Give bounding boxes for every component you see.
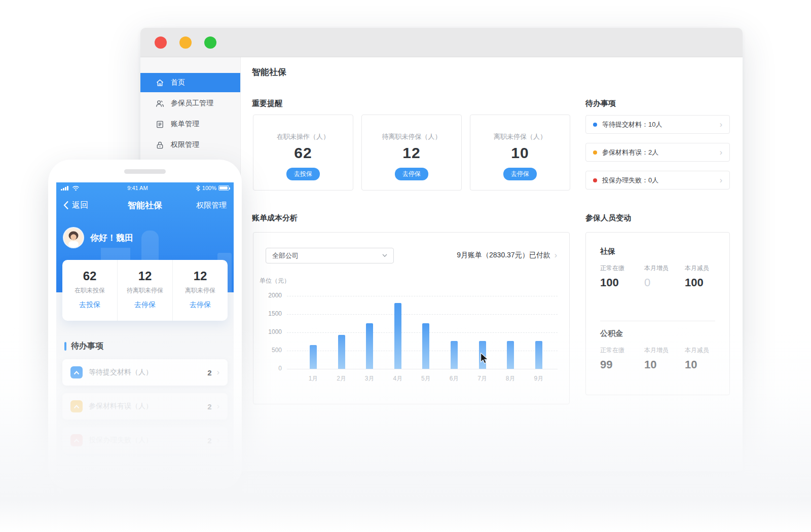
- back-button[interactable]: 返回: [63, 200, 112, 211]
- signal-icon: [61, 186, 69, 191]
- section-accent-bar: [64, 342, 66, 351]
- page-title: 智能社保: [252, 66, 286, 78]
- bill-icon: [156, 120, 164, 129]
- chart-bar-2月: [338, 335, 345, 369]
- orange-dot-icon: [593, 150, 597, 155]
- todo-label: 参保材料有误：2人: [602, 148, 720, 157]
- phone-stats-card: 62 在职未投保 去投保 12 待离职未停保 去停保 12 离职未停保 去停保: [62, 260, 228, 321]
- phone-navbar: 返回 智能社保 权限管理: [56, 196, 234, 214]
- bluetooth-icon: [196, 185, 200, 192]
- chart-xtick-label: 4月: [388, 374, 408, 383]
- mouse-cursor: [480, 353, 489, 364]
- stat-pending-leave: 12 待离职未停保 去停保: [117, 260, 172, 321]
- chart-gridline: [287, 296, 558, 296]
- chart-ytick-label: 1000: [255, 328, 282, 335]
- chart-gridline: [287, 369, 558, 369]
- chart-ytick-label: 2000: [255, 292, 282, 299]
- member-stat: 本月减员 100: [685, 264, 725, 289]
- battery-percent: 100%: [202, 185, 216, 191]
- back-label: 返回: [72, 200, 88, 211]
- sidebar-item-employees[interactable]: 参保员工管理: [140, 94, 240, 113]
- go-insure-link[interactable]: 去投保: [79, 300, 100, 310]
- status-time: 9:41 AM: [127, 185, 148, 191]
- members-group-gongjijin: 公积金 正常在缴 99 本月增员 10 本月减员: [600, 329, 719, 371]
- member-stat: 本月增员 10: [644, 346, 685, 371]
- card-label: 离职未停保（人）: [494, 132, 546, 141]
- company-select[interactable]: 全部公司: [266, 248, 394, 263]
- chart-bar-9月: [535, 341, 542, 369]
- group-name: 公积金: [600, 329, 719, 338]
- home-icon: [156, 79, 164, 87]
- phone-screen: 9:41 AM 100% 返回 智能社保 权限管理: [56, 182, 234, 480]
- go-insure-button[interactable]: 去投保: [286, 168, 320, 180]
- phone-mockup: 9:41 AM 100% 返回 智能社保 权限管理: [48, 160, 242, 489]
- sidebar-item-bills[interactable]: 账单管理: [140, 115, 240, 134]
- member-stat: 本月增员 0: [644, 264, 685, 289]
- chart-xtick-label: 3月: [359, 374, 380, 383]
- todo-item-wrong-materials[interactable]: 参保材料有误：2人 ›: [585, 143, 730, 162]
- chart-xtick-label: 8月: [500, 374, 521, 383]
- chevron-right-icon: ›: [217, 402, 219, 410]
- chevron-right-icon: ›: [720, 148, 722, 157]
- chart-bar-6月: [451, 341, 458, 369]
- phone-statusbar: 9:41 AM 100%: [56, 182, 234, 194]
- divider: [600, 321, 715, 321]
- go-stop-insure-link[interactable]: 去停保: [134, 300, 156, 310]
- phone-todo-item-failed[interactable]: 投保办理失败（人） 2 ›: [62, 427, 228, 453]
- bill-summary-text: 9月账单（2830.37元）已付款: [457, 251, 550, 260]
- briefcase-blue-icon: [70, 366, 83, 378]
- chart-xtick-label: 9月: [529, 374, 549, 383]
- chart-xtick-label: 6月: [444, 374, 464, 383]
- chart-bar-5月: [422, 323, 429, 369]
- chart-plot: [287, 296, 558, 369]
- sidebar-item-label: 权限管理: [171, 140, 199, 149]
- traffic-light-zoom[interactable]: [204, 36, 216, 49]
- todo-label: 投保办理失败：0人: [602, 176, 720, 185]
- todo-item-waiting-materials[interactable]: 等待提交材料：10人 ›: [585, 115, 730, 134]
- briefcase-red-icon: [70, 434, 83, 446]
- card-value: 12: [402, 144, 420, 162]
- go-stop-insure-button[interactable]: 去停保: [503, 168, 537, 180]
- phone-todo-item-waiting[interactable]: 等待提交材料（人） 2 ›: [62, 359, 228, 386]
- stat-left-unstopped: 12 离职未停保 去停保: [172, 260, 228, 321]
- reminder-cards: 在职未操作（人） 62 去投保 待离职未停保（人） 12 去停保 离职未停保（人…: [253, 115, 578, 191]
- todo-label: 等待提交材料：10人: [602, 120, 720, 129]
- reminders-section-title: 重要提醒: [252, 99, 282, 108]
- briefcase-orange-icon: [70, 400, 83, 412]
- chart-xtick-label: 5月: [416, 374, 436, 383]
- greeting-text: 你好！魏田: [90, 232, 133, 244]
- chevron-right-icon: ›: [720, 121, 722, 129]
- red-dot-icon: [593, 178, 597, 182]
- blue-dot-icon: [593, 123, 597, 127]
- company-select-value: 全部公司: [272, 251, 382, 260]
- todo-section-title: 待办事项: [585, 99, 616, 108]
- chevron-down-icon: [382, 254, 387, 257]
- chart-gridline: [287, 314, 558, 315]
- battery-icon: [218, 185, 229, 191]
- todo-item-failed[interactable]: 投保办理失败：0人 ›: [585, 171, 730, 189]
- chart-bar-8月: [507, 341, 514, 369]
- sidebar-item-permissions[interactable]: 权限管理: [140, 135, 240, 155]
- bill-summary-link[interactable]: 9月账单（2830.37元）已付款 ›: [457, 251, 557, 260]
- traffic-light-minimize[interactable]: [179, 36, 192, 49]
- phone-todo-item-wrong[interactable]: 参保材料有误（人） 2 ›: [62, 393, 228, 420]
- billing-section-title: 账单成本分析: [252, 213, 298, 223]
- chart-ytick-label: 500: [255, 347, 282, 354]
- go-stop-insure-link[interactable]: 去停保: [190, 300, 211, 310]
- member-stat: 本月减员 10: [685, 346, 725, 371]
- billing-chart-panel: 全部公司 9月账单（2830.37元）已付款 › 单位（元） 050010001…: [253, 232, 570, 404]
- card-label: 待离职未停保（人）: [382, 132, 441, 141]
- members-section-title: 参保人员变动: [585, 213, 631, 223]
- chart-bar-1月: [310, 345, 317, 369]
- chart-xtick-label: 7月: [472, 374, 493, 383]
- phone-permissions-link[interactable]: 权限管理: [178, 201, 227, 210]
- window-titlebar: [140, 28, 743, 57]
- reminder-card-left-unstopped: 离职未停保（人） 10 去停保: [470, 115, 570, 191]
- chart-yticks: 0500100015002000: [255, 296, 282, 369]
- go-stop-insure-button[interactable]: 去停保: [395, 168, 428, 180]
- chart-xtick-label: 1月: [303, 374, 323, 383]
- sidebar-item-home[interactable]: 首页: [140, 73, 240, 92]
- todo-list: 等待提交材料：10人 › 参保材料有误：2人 › 投保办理失败：0人 ›: [585, 115, 730, 199]
- chart-bar-4月: [394, 303, 401, 369]
- traffic-light-close[interactable]: [155, 36, 167, 49]
